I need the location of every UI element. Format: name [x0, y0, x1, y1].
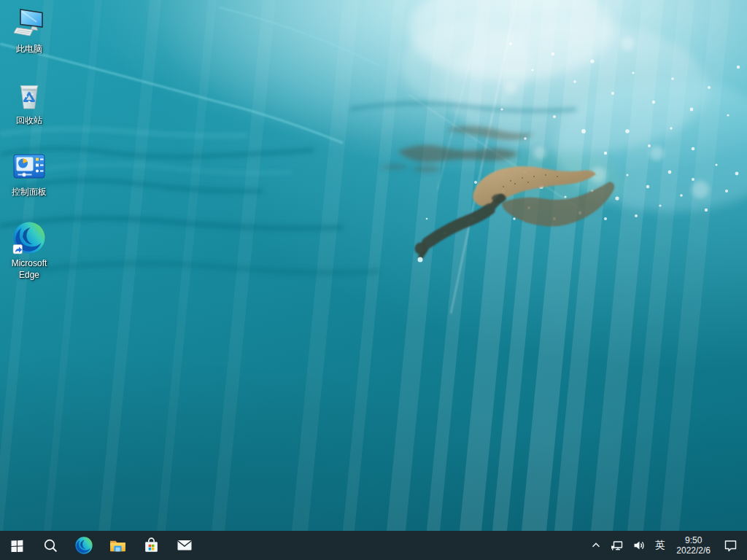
action-center-button[interactable] — [717, 531, 747, 560]
network-icon — [611, 540, 624, 552]
desktop-icon-recycle-bin[interactable]: 回收站 — [1, 77, 58, 126]
search-button[interactable] — [34, 531, 67, 560]
desktop-icon-label: 此电脑 — [16, 43, 42, 55]
desktop-icon-label: 回收站 — [16, 114, 42, 126]
action-center-icon — [724, 539, 738, 552]
desktop-icon-control-panel[interactable]: 控制面板 — [1, 149, 58, 198]
volume-button[interactable] — [628, 531, 650, 560]
taskbar-microsoft-edge[interactable] — [67, 531, 101, 560]
control-panel-icon — [12, 149, 47, 184]
this-pc-icon — [12, 6, 47, 41]
chevron-up-icon — [590, 540, 602, 551]
taskbar: 英 9:50 2022/2/6 — [0, 531, 747, 560]
taskbar-mail[interactable] — [168, 531, 201, 560]
taskbar-microsoft-store[interactable] — [134, 531, 168, 560]
start-button[interactable] — [0, 531, 34, 560]
taskbar-clock[interactable]: 9:50 2022/2/6 — [670, 531, 717, 560]
recycle-bin-icon — [12, 77, 47, 112]
microsoft-edge-icon — [74, 536, 93, 555]
clock-date: 2022/2/6 — [676, 545, 711, 556]
hidden-icons-button[interactable] — [586, 531, 606, 560]
desktop-icon-label: Microsoft Edge — [1, 257, 58, 281]
desktop-icon-this-pc[interactable]: 此电脑 — [1, 6, 58, 55]
mail-icon — [176, 537, 193, 554]
desktop-wallpaper[interactable]: 此电脑 回收站 — [0, 0, 747, 531]
microsoft-edge-icon — [12, 220, 47, 255]
speaker-icon — [632, 540, 646, 551]
windows-logo-icon — [11, 540, 23, 552]
network-button[interactable] — [606, 531, 628, 560]
windows-desktop-screen: 此电脑 回收站 — [0, 0, 747, 560]
system-tray: 英 9:50 2022/2/6 — [586, 531, 747, 560]
clock-time: 9:50 — [685, 535, 702, 545]
desktop-icon-microsoft-edge[interactable]: Microsoft Edge — [1, 220, 58, 281]
microsoft-store-icon — [142, 537, 160, 555]
file-explorer-icon — [109, 537, 127, 555]
underwater-scene — [0, 0, 747, 531]
taskbar-file-explorer[interactable] — [101, 531, 134, 560]
search-icon — [43, 538, 58, 553]
desktop-icon-label: 控制面板 — [12, 186, 47, 198]
language-indicator[interactable]: 英 — [650, 531, 670, 560]
